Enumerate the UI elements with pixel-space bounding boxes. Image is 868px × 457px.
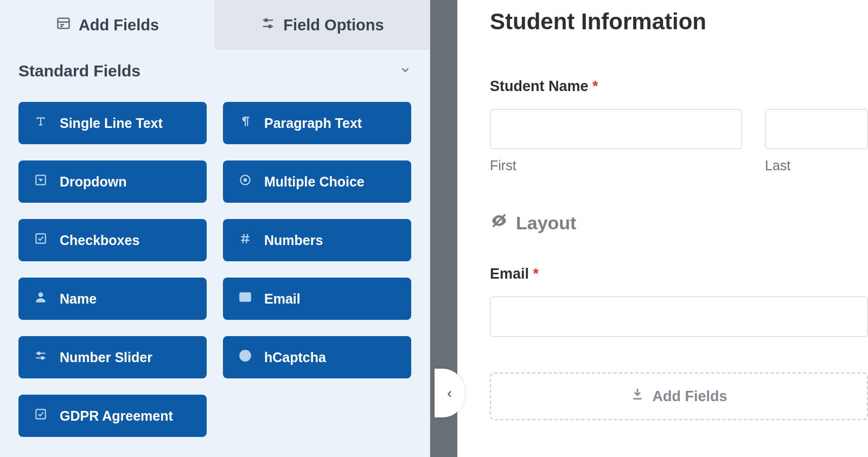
section-title: Standard Fields [18, 62, 141, 80]
paragraph-icon [238, 114, 252, 132]
field-single-line-text[interactable]: Single Line Text [18, 102, 207, 144]
field-label: Checkboxes [60, 233, 139, 248]
email-input[interactable] [490, 297, 868, 337]
first-name-input[interactable] [490, 109, 742, 149]
field-label: hCaptcha [264, 350, 326, 365]
text-icon [34, 114, 48, 132]
svg-line-15 [243, 234, 244, 243]
svg-point-5 [265, 18, 268, 21]
panel-gutter: ‹ [430, 0, 457, 457]
help-icon [238, 349, 252, 366]
field-numbers[interactable]: Numbers [223, 219, 411, 261]
field-checkboxes[interactable]: Checkboxes [18, 219, 207, 261]
radio-icon [238, 173, 252, 190]
form-title[interactable]: Student Information [490, 9, 868, 35]
last-sublabel: Last [765, 158, 868, 173]
field-number-slider[interactable]: Number Slider [18, 336, 207, 378]
svg-rect-0 [58, 18, 69, 28]
hash-icon [238, 231, 252, 249]
checkbox-icon [34, 231, 48, 249]
svg-marker-9 [39, 179, 43, 182]
tab-field-options[interactable]: Field Options [215, 0, 430, 50]
user-icon [34, 290, 48, 307]
svg-point-24 [245, 358, 246, 359]
svg-point-22 [41, 357, 43, 359]
checkbox-icon [34, 407, 48, 424]
svg-line-16 [246, 234, 247, 243]
add-fields-drop-label: Add Fields [652, 388, 727, 405]
first-sublabel: First [490, 158, 742, 173]
name-inputs-row: First Last [490, 109, 868, 173]
field-email[interactable]: Email [223, 278, 411, 320]
field-label: Numbers [264, 233, 323, 248]
field-label: Dropdown [60, 174, 127, 190]
tab-add-fields[interactable]: Add Fields [0, 0, 215, 50]
chevron-left-icon: ‹ [447, 385, 452, 402]
add-fields-dropzone[interactable]: Add Fields [490, 372, 868, 420]
label-text: Student Name [490, 78, 589, 94]
field-label: Email [264, 291, 301, 307]
label-text: Email [490, 266, 529, 282]
slider-icon [34, 349, 48, 366]
form-field-email[interactable]: Email * [490, 266, 868, 337]
tab-add-fields-label: Add Fields [79, 16, 159, 34]
field-label: Paragraph Text [264, 115, 362, 131]
sliders-icon [260, 16, 276, 35]
svg-rect-25 [36, 409, 45, 419]
field-label: Number Slider [60, 350, 152, 365]
required-mark: * [592, 78, 598, 94]
svg-rect-12 [36, 234, 45, 243]
student-name-label: Student Name * [490, 78, 868, 95]
field-paragraph-text[interactable]: Paragraph Text [223, 102, 411, 144]
last-name-col: Last [765, 109, 868, 173]
field-grid: Single Line Text Paragraph Text Dropdown… [0, 86, 430, 453]
field-label: GDPR Agreement [60, 408, 173, 424]
dropdown-icon [34, 173, 48, 190]
field-label: Multiple Choice [264, 174, 365, 190]
svg-point-17 [39, 292, 43, 297]
field-label: Single Line Text [60, 115, 163, 131]
chevron-down-icon [399, 64, 411, 78]
field-hcaptcha[interactable]: hCaptcha [223, 336, 411, 378]
svg-point-11 [244, 178, 247, 182]
form-icon [56, 16, 71, 35]
last-name-input[interactable] [765, 109, 868, 149]
layout-label: Layout [516, 213, 576, 234]
fields-panel: Add Fields Field Options Standard Fields… [0, 0, 430, 457]
eye-off-icon [490, 211, 508, 234]
field-label: Name [60, 291, 97, 307]
field-dropdown[interactable]: Dropdown [18, 160, 207, 203]
field-name[interactable]: Name [18, 278, 207, 320]
field-gdpr-agreement[interactable]: GDPR Agreement [18, 395, 207, 437]
required-mark: * [533, 266, 539, 282]
field-multiple-choice[interactable]: Multiple Choice [223, 160, 411, 203]
panel-tabs: Add Fields Field Options [0, 0, 430, 50]
email-icon [238, 290, 252, 307]
form-canvas: Student Information Student Name * First… [457, 0, 868, 457]
first-name-col: First [490, 109, 742, 173]
form-field-student-name[interactable]: Student Name * First Last [490, 78, 868, 173]
download-icon [630, 388, 644, 405]
email-label: Email * [490, 266, 868, 282]
tab-field-options-label: Field Options [283, 16, 384, 34]
form-field-layout[interactable]: Layout [490, 211, 868, 234]
svg-point-20 [38, 352, 40, 355]
svg-point-7 [269, 25, 272, 28]
section-header-standard-fields[interactable]: Standard Fields [0, 50, 430, 86]
